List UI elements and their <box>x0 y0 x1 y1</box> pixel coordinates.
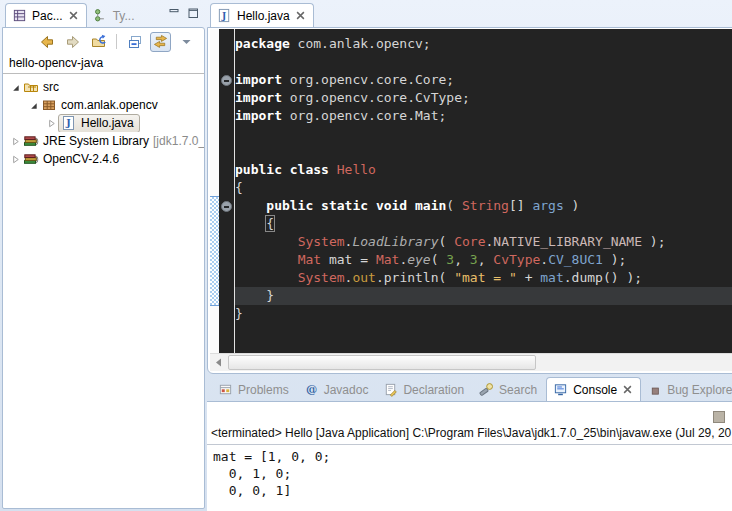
scrollbar-thumb[interactable] <box>228 355 536 370</box>
code-token: eye <box>407 252 430 267</box>
code-line[interactable]: System.LoadLibrary( Core.NATIVE_LIBRARY_… <box>235 233 732 251</box>
tab-console[interactable]: Console <box>546 377 641 401</box>
fold-minus-icon[interactable] <box>221 201 232 212</box>
tab-declaration[interactable]: Declaration <box>377 378 471 401</box>
console-view: Problems @ Javadoc Declaration Search Co… <box>207 376 732 511</box>
code-token <box>235 198 266 213</box>
package-explorer-view: Pac... Ty... <box>2 2 205 509</box>
code-line[interactable]: import org.opencv.core.Core; <box>235 71 732 89</box>
tab-bug-explorer[interactable]: Bug Explorer <box>643 379 732 401</box>
code-line[interactable]: { <box>235 179 732 197</box>
code-token: ) <box>564 198 580 213</box>
console-toolbar-button[interactable] <box>713 411 725 423</box>
close-icon[interactable] <box>622 384 633 395</box>
java-file-icon: J <box>61 115 77 131</box>
go-up-icon[interactable] <box>88 32 109 52</box>
code-line[interactable]: public static void main( String[] args ) <box>235 197 732 215</box>
tree-item-com-anlak-opencv[interactable]: com.anlak.opencv <box>3 96 204 114</box>
tree-item-jre-system-library[interactable]: JRE System Library[jdk1.7.0_25] <box>3 132 204 150</box>
code-area[interactable]: package com.anlak.opencv;import org.open… <box>235 29 732 353</box>
console-status-line: <terminated> Hello [Java Application] C:… <box>207 402 732 444</box>
code-token: ( <box>431 252 447 267</box>
code-token: } <box>235 288 274 303</box>
console-output-line: 0, 1, 0; <box>213 465 732 482</box>
close-icon[interactable] <box>68 10 79 21</box>
tab-problems[interactable]: Problems <box>212 378 296 401</box>
view-window-buttons <box>168 7 205 27</box>
tab-javadoc[interactable]: @ Javadoc <box>298 378 376 401</box>
code-token <box>235 270 298 285</box>
code-token <box>329 162 337 177</box>
minimize-icon[interactable] <box>168 7 180 19</box>
code-line[interactable]: { <box>235 215 732 233</box>
back-arrow-icon[interactable] <box>36 32 57 52</box>
code-token: System <box>298 270 345 285</box>
code-token: Core <box>454 234 485 249</box>
code-token: String <box>462 198 509 213</box>
code-line[interactable]: public class Hello <box>235 161 732 179</box>
code-line[interactable]: import org.opencv.core.CvType; <box>235 89 732 107</box>
code-token: .println( <box>376 270 454 285</box>
view-menu-icon[interactable] <box>176 32 197 52</box>
twisty-collapsed-icon[interactable] <box>9 154 22 165</box>
tab-hello-java[interactable]: J Hello.java <box>210 3 314 27</box>
tab-search[interactable]: Search <box>473 378 544 401</box>
tab-label: Ty... <box>113 9 135 23</box>
tab-type-hierarchy[interactable]: Ty... <box>87 4 142 27</box>
collapse-all-icon[interactable] <box>124 32 145 52</box>
code-token: ( <box>446 198 462 213</box>
tree-item-src[interactable]: src <box>3 78 204 96</box>
code-token <box>235 252 298 267</box>
fold-minus-icon[interactable] <box>221 75 232 86</box>
working-set-label: hello-opencv-java <box>3 55 204 73</box>
code-token: } <box>235 306 243 321</box>
tab-package-explorer[interactable]: Pac... <box>5 3 87 27</box>
code-line[interactable] <box>235 143 732 161</box>
twisty-collapsed-icon[interactable] <box>9 136 22 147</box>
twisty-expanded-icon[interactable] <box>27 100 40 111</box>
tree-item-label: OpenCV-2.4.6 <box>43 152 119 166</box>
left-view-tabbar: Pac... Ty... <box>2 2 205 27</box>
code-line[interactable] <box>235 125 732 143</box>
code-line[interactable]: package com.anlak.opencv; <box>235 35 732 53</box>
code-line[interactable] <box>235 53 732 71</box>
console-icon <box>553 382 568 397</box>
tree-item-label: Hello.java <box>81 116 134 130</box>
annotation-ruler[interactable] <box>210 29 219 353</box>
code-token: { <box>266 216 274 231</box>
package-explorer-icon <box>12 8 27 23</box>
code-line[interactable]: import org.opencv.core.Mat; <box>235 107 732 125</box>
scroll-left-icon[interactable] <box>210 354 227 371</box>
code-token <box>235 216 266 231</box>
code-token: org.opencv.core.Core; <box>282 72 454 87</box>
twisty-collapsed-icon[interactable] <box>45 118 58 129</box>
code-token: System <box>298 234 345 249</box>
code-token: "mat = " <box>454 270 517 285</box>
tree-item-hello-java[interactable]: JHello.java <box>3 114 204 132</box>
svg-text:@: @ <box>306 382 317 396</box>
close-icon[interactable] <box>295 10 306 21</box>
editor-content: package com.anlak.opencv;import org.open… <box>210 29 732 353</box>
twisty-expanded-icon[interactable] <box>9 82 22 93</box>
editor-frame: package com.anlak.opencv;import org.open… <box>207 27 732 374</box>
type-hierarchy-icon <box>93 8 108 23</box>
editor-horizontal-scrollbar[interactable] <box>210 353 732 371</box>
code-token: .dump() ); <box>564 270 642 285</box>
java-file-icon: J <box>217 8 232 23</box>
code-token: , <box>478 252 494 267</box>
toolbar-separator <box>116 34 117 49</box>
code-line[interactable]: Mat mat = Mat.eye( 3, 3, CvType.CV_8UC1 … <box>235 251 732 269</box>
forward-arrow-icon[interactable] <box>62 32 83 52</box>
project-tree: srccom.anlak.opencvJHello.javaJRE System… <box>3 74 204 168</box>
selected-item-highlight: JHello.java <box>58 114 140 132</box>
code-line[interactable]: System.out.println( "mat = " + mat.dump(… <box>235 269 732 287</box>
link-with-editor-icon[interactable] <box>150 32 171 52</box>
code-token: CvType <box>493 252 540 267</box>
maximize-icon[interactable] <box>187 7 199 19</box>
code-line[interactable]: } <box>235 305 732 323</box>
code-line[interactable]: } <box>235 287 732 305</box>
folding-ruler[interactable] <box>219 29 235 353</box>
tree-item-opencv-2-4-6[interactable]: OpenCV-2.4.6 <box>3 150 204 168</box>
console-content: <terminated> Hello [Java Application] C:… <box>207 401 732 511</box>
code-token: + <box>517 270 540 285</box>
